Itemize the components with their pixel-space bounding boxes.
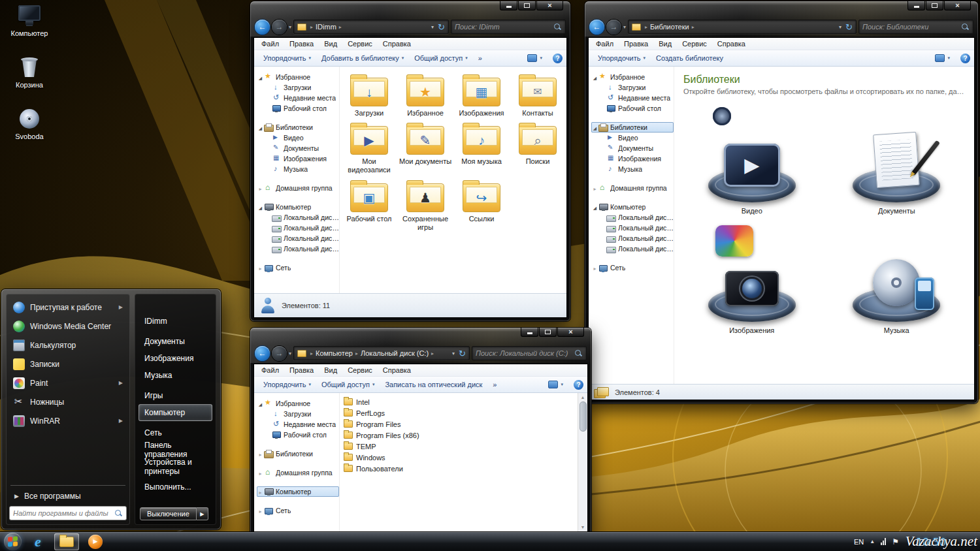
start-menu-place-item[interactable]: Панель управления: [139, 441, 212, 458]
start-menu-program-item[interactable]: Ножницы ▶: [9, 392, 127, 411]
sidebar-item[interactable]: Компьютер: [257, 486, 339, 497]
file-row[interactable]: Пользователи: [344, 463, 587, 474]
taskbar-app-button[interactable]: [83, 533, 108, 550]
folder-item[interactable]: ✉ Контакты: [510, 72, 566, 118]
sidebar-item[interactable]: Локальный диск (F:): [591, 244, 674, 254]
menu-item[interactable]: Вид: [654, 39, 676, 49]
menu-item[interactable]: Вид: [319, 39, 342, 49]
help-button[interactable]: ?: [960, 54, 970, 63]
shutdown-button[interactable]: Выключение: [140, 507, 197, 520]
sidebar-item[interactable]: Избранное: [591, 72, 674, 82]
address-bar[interactable]: ▸ Компьютер▸Локальный диск (C:)▸ ▾ ↻: [293, 346, 470, 360]
address-dropdown-icon[interactable]: ▾: [839, 24, 841, 30]
folder-item[interactable]: ↓ Загрузки: [341, 72, 397, 118]
expander-icon[interactable]: [591, 124, 598, 131]
start-menu-place-item[interactable]: Компьютер: [139, 404, 212, 421]
taskbar-app-button[interactable]: [25, 533, 50, 550]
expander-icon[interactable]: [257, 450, 264, 458]
file-row[interactable]: Windows: [344, 452, 587, 463]
expander-icon[interactable]: [591, 204, 598, 211]
sidebar-item[interactable]: Локальный диск (C:): [591, 212, 674, 223]
breadcrumb-segment[interactable]: IDimm▸: [316, 23, 344, 31]
sidebar-item[interactable]: Рабочий стол: [257, 430, 339, 440]
breadcrumb-segment[interactable]: Локальный диск (C:)▸: [361, 349, 436, 357]
library-item[interactable]: Видео: [690, 104, 814, 215]
back-button[interactable]: ←: [255, 346, 270, 361]
refresh-icon[interactable]: ↻: [459, 349, 466, 358]
help-button[interactable]: ?: [574, 380, 583, 390]
change-view-button[interactable]: ▾: [543, 379, 568, 390]
forward-button[interactable]: →: [606, 20, 621, 35]
help-button[interactable]: ?: [553, 54, 563, 63]
start-menu-program-item[interactable]: WinRAR ▶: [9, 411, 127, 430]
menu-item[interactable]: Справка: [378, 39, 416, 49]
sidebar-item[interactable]: Домашняя группа: [591, 183, 674, 193]
sidebar-item[interactable]: Сеть: [591, 262, 674, 273]
folder-item[interactable]: ⌕ Поиски: [510, 120, 566, 174]
expander-icon[interactable]: [591, 74, 598, 81]
address-dropdown-icon[interactable]: ▾: [431, 24, 434, 30]
library-item[interactable]: Изображения: [690, 224, 814, 334]
breadcrumb-segment[interactable]: Компьютер▸: [316, 349, 361, 357]
menu-item[interactable]: Правка: [285, 365, 318, 375]
minimize-button[interactable]: [500, 1, 517, 10]
search-input[interactable]: [476, 349, 575, 357]
folder-item[interactable]: ↪ Ссылки: [453, 178, 510, 232]
start-menu-program-item[interactable]: Записки ▶: [9, 354, 127, 373]
start-menu-place-item[interactable]: Музыка: [139, 367, 212, 384]
folder-item[interactable]: ✎ Мои документы: [397, 120, 453, 174]
minimize-button[interactable]: [907, 1, 925, 10]
toolbar-button[interactable]: Создать библиотеку▾: [651, 52, 728, 64]
sidebar-item[interactable]: Компьютер: [591, 202, 674, 212]
sidebar-item[interactable]: Видео: [591, 133, 674, 143]
sidebar-item[interactable]: Документы: [591, 143, 674, 153]
start-menu-program-item[interactable]: Приступая к работе ▶: [9, 298, 127, 317]
hidden-icons-chevron[interactable]: ▲: [870, 539, 875, 544]
desktop-icon[interactable]: Компьютер: [4, 4, 55, 37]
sidebar-item[interactable]: Рабочий стол: [591, 103, 674, 114]
file-row[interactable]: Program Files (x86): [344, 430, 587, 441]
folder-item[interactable]: ▦ Изображения: [453, 72, 510, 118]
sidebar-item[interactable]: Домашняя группа: [257, 183, 339, 193]
sidebar-item[interactable]: Локальный диск (E:): [257, 233, 339, 244]
expander-icon[interactable]: [257, 124, 264, 131]
sidebar-item[interactable]: Рабочий стол: [257, 103, 339, 114]
desktop-icon[interactable]: Корзина: [4, 55, 55, 89]
sidebar-item[interactable]: Изображения: [591, 153, 674, 164]
sidebar-item[interactable]: Домашняя группа: [257, 467, 339, 478]
change-view-button[interactable]: ▾: [522, 52, 547, 64]
change-view-button[interactable]: ▾: [930, 52, 955, 64]
start-menu-place-item[interactable]: Документы: [139, 333, 212, 350]
sidebar-item[interactable]: Избранное: [257, 72, 339, 82]
sidebar-item[interactable]: Недавние места: [257, 93, 339, 103]
address-bar[interactable]: ▸ Библиотеки▸ ▾ ↻: [628, 20, 857, 34]
file-row[interactable]: Program Files: [344, 418, 587, 430]
menu-item[interactable]: Справка: [713, 39, 750, 49]
search-input[interactable]: [455, 23, 554, 31]
expander-icon[interactable]: [591, 185, 598, 192]
sidebar-item[interactable]: Недавние места: [591, 93, 674, 103]
sidebar-item[interactable]: Музыка: [257, 164, 339, 174]
expander-icon[interactable]: [257, 488, 264, 496]
sidebar-item[interactable]: Загрузки: [257, 82, 339, 93]
folder-item[interactable]: ▣ Рабочий стол: [341, 178, 397, 232]
sidebar-item[interactable]: Библиотеки: [591, 122, 674, 133]
refresh-icon[interactable]: ↻: [845, 23, 853, 31]
history-dropdown-icon[interactable]: ▾: [289, 24, 291, 30]
sidebar-item[interactable]: Компьютер: [257, 202, 339, 212]
back-button[interactable]: ←: [589, 20, 604, 35]
sidebar-item[interactable]: Музыка: [591, 164, 674, 174]
start-menu-place-item[interactable]: Выполнить...: [139, 479, 212, 496]
sidebar-item[interactable]: Сеть: [257, 262, 339, 273]
folder-item[interactable]: ★ Избранное: [397, 72, 453, 118]
start-menu-program-item[interactable]: Калькулятор ▶: [9, 336, 127, 354]
maximize-button[interactable]: [926, 1, 943, 10]
folder-item[interactable]: ▶ Мои видеозаписи: [341, 120, 397, 174]
expander-icon[interactable]: [257, 400, 264, 407]
sidebar-item[interactable]: Локальный диск (F:): [257, 244, 339, 254]
menu-item[interactable]: Правка: [285, 39, 318, 49]
sidebar-item[interactable]: Локальный диск (D:): [591, 223, 674, 233]
vertical-scrollbar[interactable]: ▲ ▼: [578, 393, 587, 531]
sidebar-item[interactable]: Локальный диск (D:): [257, 223, 339, 233]
sidebar-item[interactable]: Библиотеки: [257, 449, 339, 459]
